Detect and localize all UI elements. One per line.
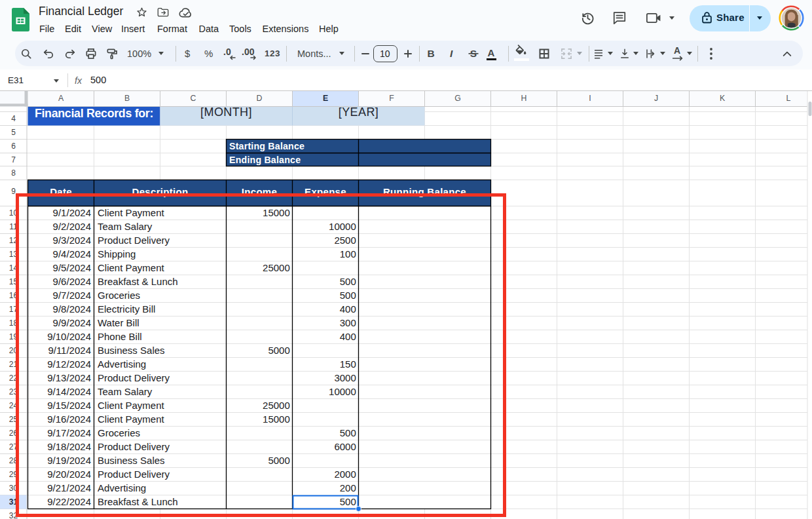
svg-text:B: B [124,94,130,103]
svg-text:[YEAR]: [YEAR] [339,106,378,119]
svg-text:6: 6 [11,142,16,151]
svg-text:K: K [720,94,726,103]
svg-text:[MONTH]: [MONTH] [200,106,252,119]
svg-text:C: C [191,94,196,103]
svg-text:Financial Records for:: Financial Records for: [35,107,153,120]
svg-text:E: E [323,94,328,103]
svg-text:H: H [521,94,527,103]
svg-text:F: F [389,94,394,103]
svg-text:7: 7 [11,155,16,164]
svg-text:4: 4 [11,114,16,123]
svg-text:Starting Balance: Starting Balance [229,141,304,151]
svg-text:I: I [589,94,591,103]
svg-text:8: 8 [11,168,16,178]
svg-text:G: G [454,94,461,103]
svg-text:L: L [786,94,791,103]
svg-text:J: J [654,94,658,103]
svg-text:A: A [58,94,64,103]
svg-text:D: D [257,94,263,103]
svg-text:Ending Balance: Ending Balance [229,155,301,165]
svg-text:5: 5 [11,128,16,137]
